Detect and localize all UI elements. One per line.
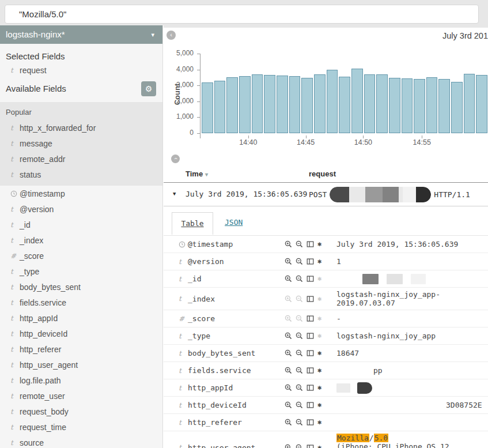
filter-for-field-present-icon[interactable]: ✱	[317, 384, 321, 391]
histogram-bar[interactable]	[239, 76, 251, 133]
search-input[interactable]	[5, 5, 479, 24]
toggle-column-icon[interactable]	[307, 275, 314, 283]
field-item-@timestamp[interactable]: @timestamp	[0, 186, 162, 201]
filter-for-field-present-icon[interactable]: ✱	[317, 444, 321, 448]
field-item-_index[interactable]: t_index	[0, 232, 162, 248]
histogram-bar[interactable]	[451, 82, 463, 133]
field-item-http_x_forwarded_for[interactable]: thttp_x_forwarded_for	[0, 120, 162, 135]
histogram-bar[interactable]	[351, 69, 363, 133]
filter-for-value-icon[interactable]	[285, 349, 292, 357]
toggle-column-icon[interactable]	[307, 258, 314, 265]
field-item-http_appId[interactable]: thttp_appId	[0, 310, 162, 326]
histogram-bar[interactable]	[314, 74, 326, 133]
histogram-bar[interactable]	[438, 79, 450, 133]
histogram-bar[interactable]	[277, 76, 288, 133]
histogram-bar[interactable]	[226, 77, 238, 133]
toggle-column-icon[interactable]	[307, 419, 314, 426]
filter-out-value-icon[interactable]	[296, 367, 303, 374]
field-item-fields.service[interactable]: tfields.service	[0, 295, 162, 310]
histogram-bar[interactable]	[339, 77, 350, 133]
filter-for-value-icon[interactable]	[285, 332, 292, 340]
filter-for-field-present-icon[interactable]: ✱	[317, 401, 321, 409]
filter-for-value-icon[interactable]	[285, 444, 292, 448]
detail-field-name: _id	[188, 274, 285, 283]
field-item-remote_addr[interactable]: tremote_addr	[0, 151, 162, 167]
y-tick-mark	[197, 101, 200, 102]
collapse-histogram-button[interactable]: ‹	[171, 155, 180, 163]
histogram-bar[interactable]	[264, 75, 275, 133]
filter-for-value-icon	[285, 295, 292, 303]
gear-icon[interactable]: ⚙	[141, 81, 156, 96]
field-item-@version[interactable]: t@version	[0, 201, 162, 217]
toggle-column-icon[interactable]	[307, 240, 314, 248]
filter-out-value-icon[interactable]	[296, 258, 303, 265]
field-item-status[interactable]: tstatus	[0, 167, 162, 182]
filter-for-field-present-icon[interactable]: ✱	[317, 258, 321, 265]
histogram-bar[interactable]	[252, 74, 263, 133]
filter-for-value-icon[interactable]	[285, 419, 292, 426]
filter-out-value-icon[interactable]	[296, 275, 303, 283]
field-item-request[interactable]: trequest	[0, 62, 162, 78]
field-item-remote_user[interactable]: tremote_user	[0, 388, 162, 404]
collapse-sidebar-button[interactable]: ‹	[167, 31, 176, 40]
filter-for-value-icon[interactable]	[285, 275, 292, 283]
field-item-_type[interactable]: t_type	[0, 263, 162, 279]
filter-out-value-icon[interactable]	[296, 444, 303, 448]
histogram-bar[interactable]	[476, 75, 487, 133]
field-item-http_deviceId[interactable]: thttp_deviceId	[0, 326, 162, 341]
filter-out-value-icon[interactable]	[296, 384, 303, 391]
field-item-message[interactable]: tmessage	[0, 135, 162, 151]
field-item-_id[interactable]: t_id	[0, 217, 162, 232]
histogram-bar[interactable]	[202, 82, 213, 133]
time-column-header[interactable]: Time▾	[186, 170, 208, 178]
histogram-bar[interactable]	[402, 78, 413, 133]
histogram-bar[interactable]	[376, 74, 388, 133]
histogram-bar[interactable]	[426, 77, 438, 133]
field-item-request_time[interactable]: trequest_time	[0, 419, 162, 435]
field-item-body_bytes_sent[interactable]: tbody_bytes_sent	[0, 279, 162, 295]
filter-out-value-icon[interactable]	[296, 349, 303, 357]
histogram-bar[interactable]	[414, 79, 425, 133]
filter-for-value-icon[interactable]	[285, 367, 292, 374]
collapse-doc-caret[interactable]: ▼	[173, 191, 176, 197]
histogram-bar[interactable]	[389, 78, 400, 133]
toggle-column-icon[interactable]	[307, 444, 314, 448]
filter-for-field-present-icon[interactable]: ✱	[317, 367, 321, 374]
toggle-column-icon[interactable]	[307, 349, 314, 357]
toggle-column-icon[interactable]	[307, 332, 314, 340]
histogram-bar[interactable]	[364, 74, 376, 133]
filter-for-value-icon[interactable]	[285, 401, 292, 409]
index-pattern-selector[interactable]: logstash-nginx* ▾	[0, 25, 162, 44]
histogram-bar[interactable]	[464, 74, 475, 134]
filter-out-value-icon[interactable]	[296, 240, 303, 248]
tab-json[interactable]: JSON	[225, 218, 243, 227]
tab-table[interactable]: Table	[172, 212, 213, 235]
toggle-column-icon[interactable]	[307, 367, 314, 374]
filter-out-value-icon[interactable]	[296, 401, 303, 409]
filter-for-value-icon[interactable]	[285, 258, 292, 265]
filter-for-field-present-icon[interactable]: ✱	[317, 419, 321, 426]
filter-for-field-present-icon[interactable]: ✱	[317, 349, 321, 357]
toggle-column-icon[interactable]	[307, 295, 314, 303]
field-item-request_body[interactable]: trequest_body	[0, 404, 162, 419]
filter-out-value-icon[interactable]	[296, 419, 303, 426]
toggle-column-icon[interactable]	[307, 384, 314, 391]
histogram-bar[interactable]	[327, 70, 338, 133]
toggle-column-icon[interactable]	[307, 315, 314, 322]
toggle-column-icon[interactable]	[307, 401, 314, 409]
field-item-http_referer[interactable]: thttp_referer	[0, 341, 162, 357]
filter-out-value-icon[interactable]	[296, 332, 303, 340]
histogram-bar[interactable]	[301, 78, 313, 133]
request-protocol: HTTP/1.1	[434, 190, 470, 199]
histogram-bar[interactable]	[289, 76, 301, 133]
field-item-log.file.path[interactable]: tlog.file.path	[0, 372, 162, 388]
histogram-plot	[200, 54, 487, 133]
field-item-_score[interactable]: #_score	[0, 248, 162, 263]
field-item-source[interactable]: tsource	[0, 435, 162, 448]
field-item-http_user_agent[interactable]: thttp_user_agent	[0, 357, 162, 372]
field-actions: ✱	[285, 315, 331, 322]
filter-for-field-present-icon[interactable]: ✱	[317, 240, 321, 248]
histogram-bar[interactable]	[214, 81, 226, 133]
filter-for-value-icon[interactable]	[285, 240, 292, 248]
filter-for-value-icon[interactable]	[285, 384, 292, 391]
